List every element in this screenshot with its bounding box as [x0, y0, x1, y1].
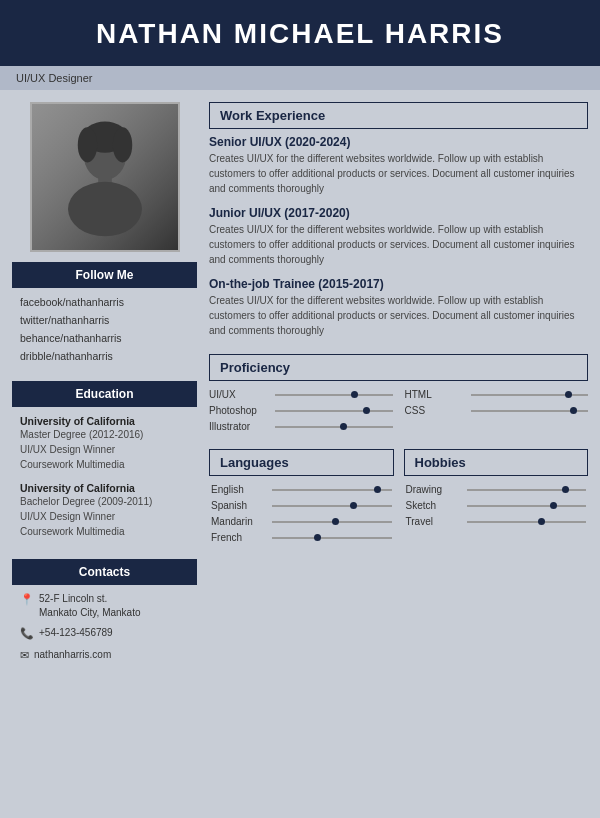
- prof-illustrator-bar: [275, 426, 393, 428]
- proficiency-col1: UI/UX Photoshop Illustrator: [209, 389, 393, 437]
- contacts-section: Contacts 📍 52-F Lincoln st.Mankato City,…: [12, 559, 197, 670]
- prof-html-label: HTML: [405, 389, 465, 400]
- prof-photoshop: Photoshop: [209, 405, 393, 416]
- location-icon: 📍: [20, 592, 34, 607]
- follow-me-section: Follow Me facebook/nathanharris twitter/…: [12, 262, 197, 371]
- edu-item-1: University of California Master Degree (…: [12, 411, 197, 478]
- prof-css: CSS: [405, 405, 589, 416]
- photo: [30, 102, 180, 252]
- header: NATHAN MICHAEL HARRIS: [0, 0, 600, 66]
- education-header: Education: [12, 381, 197, 407]
- work-title-2: Junior UI/UX (2017-2020): [209, 206, 588, 220]
- right-column: Work Experience Senior UI/UX (2020-2024)…: [209, 102, 588, 670]
- prof-uiux-bar: [275, 394, 393, 396]
- svg-point-7: [112, 127, 131, 162]
- work-experience-header: Work Experience: [209, 102, 588, 129]
- lang-hobby-row: Languages English Spanish: [209, 449, 588, 550]
- contact-address: 📍 52-F Lincoln st.Mankato City, Mankato: [12, 589, 197, 623]
- edu-degree-2: Bachelor Degree (2009-2011): [20, 494, 189, 509]
- hobby-drawing: Drawing: [404, 484, 589, 495]
- edu-line2-1: UI/UX Design Winner: [20, 442, 189, 457]
- work-desc-2: Creates UI/UX for the different websites…: [209, 222, 588, 267]
- lang-mandarin-label: Mandarin: [211, 516, 266, 527]
- contact-website-text: nathanharris.com: [34, 648, 111, 662]
- lang-french-label: French: [211, 532, 266, 543]
- languages-header: Languages: [209, 449, 394, 476]
- hobby-drawing-label: Drawing: [406, 484, 461, 495]
- hobbies-list: Drawing Sketch Travel: [404, 478, 589, 534]
- contact-phone-text: +54-123-456789: [39, 626, 113, 640]
- contact-address-text: 52-F Lincoln st.Mankato City, Mankato: [39, 592, 141, 620]
- work-desc-3: Creates UI/UX for the different websites…: [209, 293, 588, 338]
- work-desc-1: Creates UI/UX for the different websites…: [209, 151, 588, 196]
- prof-uiux-label: UI/UX: [209, 389, 269, 400]
- prof-html-bar: [471, 394, 589, 396]
- left-column: Follow Me facebook/nathanharris twitter/…: [12, 102, 197, 670]
- social-link[interactable]: facebook/nathanharris: [20, 294, 189, 312]
- education-list: University of California Master Degree (…: [12, 407, 197, 549]
- edu-item-2: University of California Bachelor Degree…: [12, 478, 197, 545]
- follow-me-header: Follow Me: [12, 262, 197, 288]
- education-section: Education University of California Maste…: [12, 381, 197, 549]
- edu-university-1: University of California: [20, 415, 189, 427]
- edu-degree-1: Master Degree (2012-2016): [20, 427, 189, 442]
- contacts-list: 📍 52-F Lincoln st.Mankato City, Mankato …: [12, 585, 197, 670]
- work-item-2: Junior UI/UX (2017-2020) Creates UI/UX f…: [209, 202, 588, 273]
- photo-placeholder: [32, 104, 178, 250]
- languages-section: Languages English Spanish: [209, 449, 394, 550]
- lang-spanish-label: Spanish: [211, 500, 266, 511]
- contact-phone: 📞 +54-123-456789: [12, 623, 197, 644]
- prof-css-bar: [471, 410, 589, 412]
- proficiency-col2: HTML CSS: [405, 389, 589, 437]
- hobby-travel-label: Travel: [406, 516, 461, 527]
- work-title-3: On-the-job Trainee (2015-2017): [209, 277, 588, 291]
- prof-uiux: UI/UX: [209, 389, 393, 400]
- social-link[interactable]: behance/nathanharris: [20, 330, 189, 348]
- edu-line2-2: UI/UX Design Winner: [20, 509, 189, 524]
- social-link[interactable]: dribble/nathanharris: [20, 348, 189, 366]
- layout: Follow Me facebook/nathanharris twitter/…: [0, 90, 600, 682]
- prof-photoshop-label: Photoshop: [209, 405, 269, 416]
- hobbies-header: Hobbies: [404, 449, 589, 476]
- work-experience-section: Work Experience Senior UI/UX (2020-2024)…: [209, 102, 588, 344]
- proficiency-section: Proficiency UI/UX Photoshop: [209, 354, 588, 439]
- work-items-list: Senior UI/UX (2020-2024) Creates UI/UX f…: [209, 131, 588, 344]
- hobby-sketch-label: Sketch: [406, 500, 461, 511]
- job-title: UI/UX Designer: [16, 72, 92, 84]
- edu-line3-1: Coursework Multimedia: [20, 457, 189, 472]
- svg-point-6: [77, 127, 96, 162]
- hobbies-section: Hobbies Drawing Sketch: [404, 449, 589, 550]
- lang-spanish: Spanish: [209, 500, 394, 511]
- prof-photoshop-bar: [275, 410, 393, 412]
- svg-point-4: [68, 182, 142, 237]
- lang-mandarin: Mandarin: [209, 516, 394, 527]
- hobby-travel: Travel: [404, 516, 589, 527]
- social-link[interactable]: twitter/nathanharris: [20, 312, 189, 330]
- hobby-sketch: Sketch: [404, 500, 589, 511]
- work-item-1: Senior UI/UX (2020-2024) Creates UI/UX f…: [209, 131, 588, 202]
- languages-list: English Spanish Mandarin: [209, 478, 394, 550]
- lang-french: French: [209, 532, 394, 543]
- full-name: NATHAN MICHAEL HARRIS: [24, 18, 576, 50]
- email-icon: ✉: [20, 648, 29, 663]
- prof-css-label: CSS: [405, 405, 465, 416]
- edu-university-2: University of California: [20, 482, 189, 494]
- edu-line3-2: Coursework Multimedia: [20, 524, 189, 539]
- contacts-header: Contacts: [12, 559, 197, 585]
- work-item-3: On-the-job Trainee (2015-2017) Creates U…: [209, 273, 588, 344]
- contact-website[interactable]: ✉ nathanharris.com: [12, 645, 197, 666]
- prof-illustrator-label: Illustrator: [209, 421, 269, 432]
- proficiency-header: Proficiency: [209, 354, 588, 381]
- prof-html: HTML: [405, 389, 589, 400]
- lang-english: English: [209, 484, 394, 495]
- lang-english-label: English: [211, 484, 266, 495]
- prof-illustrator: Illustrator: [209, 421, 393, 432]
- work-title-1: Senior UI/UX (2020-2024): [209, 135, 588, 149]
- proficiency-grid: UI/UX Photoshop Illustrator: [209, 383, 588, 439]
- subtitle-bar: UI/UX Designer: [0, 66, 600, 90]
- social-links: facebook/nathanharris twitter/nathanharr…: [12, 288, 197, 371]
- phone-icon: 📞: [20, 626, 34, 641]
